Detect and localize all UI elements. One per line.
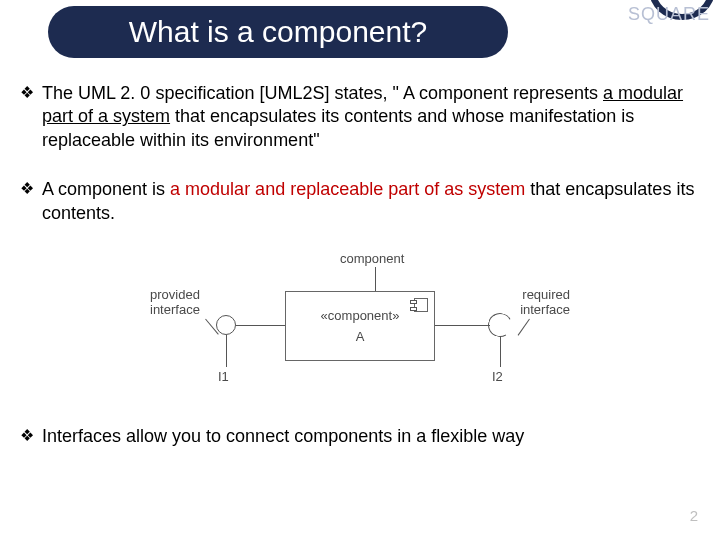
label-required: required interface [520, 287, 570, 317]
component-name: A [356, 329, 365, 344]
leader-required [518, 319, 530, 336]
leader-component [375, 267, 376, 291]
label-component: component [340, 251, 404, 266]
connector-left [236, 325, 285, 326]
bullet-1-text: The UML 2. 0 specification [UML2S] state… [42, 82, 700, 152]
bullet-3: ❖ Interfaces allow you to connect compon… [20, 425, 700, 448]
label-provided: provided interface [150, 287, 200, 317]
uml-component-diagram: component provided interface required in… [150, 251, 570, 401]
bullet-2: ❖ A component is a modular and replaceab… [20, 178, 700, 225]
label-i2: I2 [492, 369, 503, 384]
bullet-2-text: A component is a modular and replaceable… [42, 178, 700, 225]
leader-i1 [226, 335, 227, 367]
connector-right [435, 325, 490, 326]
page-number: 2 [690, 507, 698, 524]
bullet-2-emph: a modular and replaceable part of as sys… [170, 179, 525, 199]
bullet-1-pre: The UML 2. 0 specification [UML2S] state… [42, 83, 603, 103]
bullet-1: ❖ The UML 2. 0 specification [UML2S] sta… [20, 82, 700, 152]
bullet-3-text: Interfaces allow you to connect componen… [42, 425, 524, 448]
slide-body: ❖ The UML 2. 0 specification [UML2S] sta… [20, 82, 700, 474]
provided-lollipop [216, 315, 236, 335]
diamond-bullet-icon: ❖ [20, 428, 34, 444]
leader-i2 [500, 337, 501, 367]
bullet-2-pre: A component is [42, 179, 170, 199]
component-stereotype: «component» [321, 308, 400, 323]
required-socket [485, 310, 514, 339]
diamond-bullet-icon: ❖ [20, 181, 34, 197]
diamond-bullet-icon: ❖ [20, 85, 34, 101]
label-i1: I1 [218, 369, 229, 384]
component-box: «component» A [285, 291, 435, 361]
slide-title: What is a component? [48, 6, 508, 58]
watermark: SQUARE [628, 4, 710, 25]
component-icon [414, 298, 428, 312]
